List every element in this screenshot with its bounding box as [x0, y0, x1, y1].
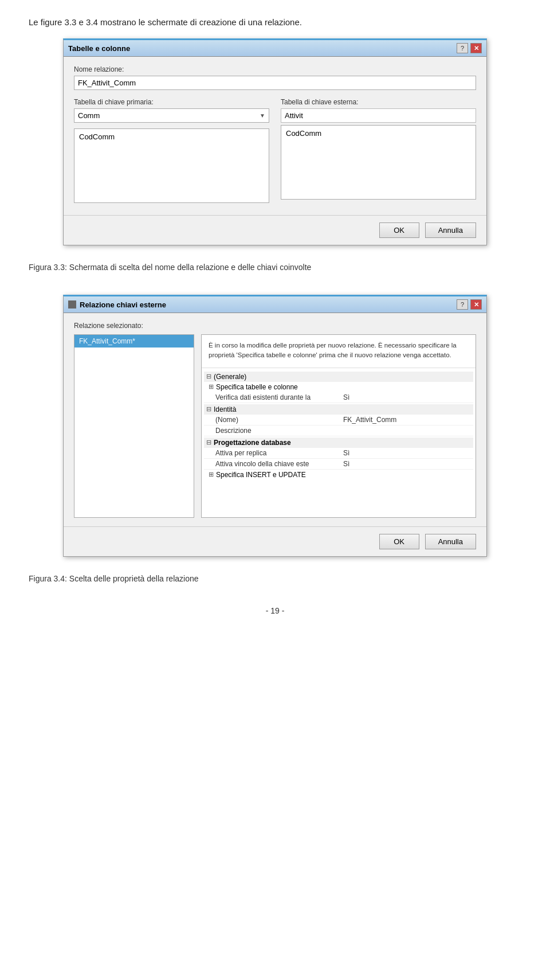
desc-row: Descrizione: [204, 425, 473, 436]
dialog1-body: Nome relazione: FK_Attivit_Comm Tabella …: [64, 57, 486, 215]
col-primaria-item: CodComm: [77, 131, 266, 142]
vincolo-row: Attiva vincolo della chiave este Sì: [204, 459, 473, 470]
dialog1-annulla-button[interactable]: Annulla: [425, 222, 476, 238]
dialog1-titlebar: Tabelle e colonne ? ✕: [64, 40, 486, 57]
verifica-dati-row: Verifica dati esistenti durante la Sì: [204, 392, 473, 403]
dialog1-close-button[interactable]: ✕: [470, 43, 482, 53]
dialog1-title-left: Tabelle e colonne: [68, 44, 130, 53]
section-identita-header[interactable]: ⊟ Identità: [204, 404, 473, 415]
expand-icon-specifica: ⊞: [209, 383, 214, 391]
page-number: - 19 -: [29, 606, 521, 615]
desc-prop-val: [343, 427, 471, 435]
dialog2-help-button[interactable]: ?: [457, 299, 468, 310]
section-identita: ⊟ Identità (Nome) FK_Attivit_Comm Descri…: [204, 404, 473, 436]
collapse-icon-generale: ⊟: [206, 373, 211, 380]
section-generale-label: (Generale): [214, 373, 246, 381]
vincolo-val: Sì: [343, 460, 471, 468]
insert-update-label: Specifica INSERT e UPDATE: [216, 471, 306, 479]
props-tree: ⊟ (Generale) ⊞ Specifica tabelle e colon…: [202, 368, 476, 485]
section-progettazione-label: Progettazione database: [214, 439, 291, 447]
dialog1-help-button[interactable]: ?: [457, 43, 468, 53]
dialog1-title-buttons: ? ✕: [457, 43, 482, 53]
dialog2-titlebar: Relazione chiavi esterne ? ✕: [64, 296, 486, 313]
specifica-tabelle-label: Specifica tabelle e colonne: [216, 383, 298, 391]
col-primaria-list[interactable]: CodComm: [74, 128, 269, 203]
dialog1-footer: OK Annulla: [64, 215, 486, 245]
specifica-tabelle-row[interactable]: ⊞ Specifica tabelle e colonne: [204, 382, 473, 392]
replica-label: Attiva per replica: [215, 449, 343, 457]
dialog2-ok-button[interactable]: OK: [379, 534, 419, 549]
collapse-icon-identita: ⊟: [206, 405, 211, 413]
dialog2-footer: OK Annulla: [64, 526, 486, 556]
figure-caption-2: Figura 3.4: Scelta delle proprietà della…: [29, 574, 521, 583]
figure-caption-1: Figura 3.3: Schermata di scelta del nome…: [29, 263, 521, 272]
tables-row: Tabella di chiave primaria: Comm ▼ CodCo…: [74, 98, 476, 203]
section-generale: ⊟ (Generale) ⊞ Specifica tabelle e colon…: [204, 372, 473, 403]
replica-row: Attiva per replica Sì: [204, 448, 473, 459]
section-progettazione-header[interactable]: ⊟ Progettazione database: [204, 438, 473, 448]
section-generale-header[interactable]: ⊟ (Generale): [204, 372, 473, 382]
relation-list-item[interactable]: FK_Attivit_Comm*: [74, 335, 194, 348]
replica-val: Sì: [343, 449, 471, 457]
nome-prop-val: FK_Attivit_Comm: [343, 416, 471, 424]
col-primaria: Tabella di chiave primaria: Comm ▼ CodCo…: [74, 98, 269, 203]
dialog2-main-area: FK_Attivit_Comm* È in corso la modifica …: [74, 334, 476, 518]
verifica-dati-val: Sì: [343, 393, 471, 401]
collapse-icon-progettazione: ⊟: [206, 439, 211, 446]
vincolo-label: Attiva vincolo della chiave este: [215, 460, 343, 468]
tabella-esterna-value: Attivit: [281, 108, 476, 123]
dialog2-body: Relazione selezionato: FK_Attivit_Comm* …: [64, 313, 486, 526]
dialog-tabelle-colonne: Tabelle e colonne ? ✕ Nome relazione: FK…: [63, 38, 487, 245]
col-esterna: Tabella di chiave esterna: Attivit CodCo…: [281, 98, 476, 203]
dialog-relazione-chiavi: Relazione chiavi esterne ? ✕ Relazione s…: [63, 295, 487, 557]
insert-update-row[interactable]: ⊞ Specifica INSERT e UPDATE: [204, 470, 473, 480]
nome-relazione-input[interactable]: FK_Attivit_Comm: [74, 76, 476, 90]
section-identita-label: Identità: [214, 405, 236, 413]
tabella-primaria-value: Comm: [78, 111, 100, 120]
nome-relazione-label: Nome relazione:: [74, 65, 476, 73]
verifica-dati-label: Verifica dati esistenti durante la: [215, 393, 343, 401]
col-esterna-list[interactable]: CodComm: [281, 125, 476, 200]
dialog2-title-left: Relazione chiavi esterne: [68, 300, 166, 309]
dialog2-title-text: Relazione chiavi esterne: [80, 300, 166, 309]
dialog1-ok-button[interactable]: OK: [379, 222, 419, 238]
section-progettazione: ⊟ Progettazione database Attiva per repl…: [204, 438, 473, 480]
dropdown-arrow-icon: ▼: [260, 112, 265, 119]
dialog2-title-buttons: ? ✕: [457, 299, 482, 310]
tabella-primaria-dropdown[interactable]: Comm ▼: [74, 108, 269, 123]
relazione-selezionato-label: Relazione selezionato:: [74, 322, 476, 330]
expand-icon-insert: ⊞: [209, 471, 214, 478]
desc-prop-label: Descrizione: [215, 427, 343, 435]
dialog1-title-text: Tabelle e colonne: [68, 44, 130, 53]
intro-text: Le figure 3.3 e 3.4 mostrano le schermat…: [29, 17, 521, 27]
nome-prop-label: (Nome): [215, 416, 343, 424]
props-info-text: È in corso la modifica delle proprietà p…: [202, 335, 476, 368]
dialog2-icon: [68, 300, 76, 309]
dialog2-close-button[interactable]: ✕: [470, 299, 482, 310]
tabella-primaria-label: Tabella di chiave primaria:: [74, 98, 269, 106]
dialog2-annulla-button[interactable]: Annulla: [425, 534, 476, 549]
relation-list[interactable]: FK_Attivit_Comm*: [74, 334, 194, 518]
nome-row: (Nome) FK_Attivit_Comm: [204, 415, 473, 425]
tabella-esterna-label: Tabella di chiave esterna:: [281, 98, 476, 106]
col-esterna-item: CodComm: [284, 128, 473, 139]
props-panel: È in corso la modifica delle proprietà p…: [201, 334, 476, 518]
